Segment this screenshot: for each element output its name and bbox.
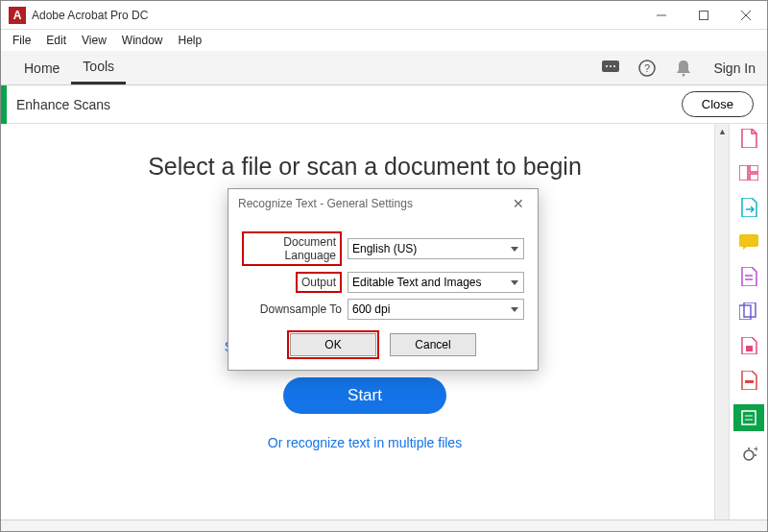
downsample-select[interactable]: 600 dpi	[348, 299, 524, 320]
svg-rect-11	[739, 165, 748, 181]
dialog-title: Recognize Text - General Settings	[238, 197, 413, 210]
sign-in-link[interactable]: Sign In	[713, 60, 756, 76]
redact-icon[interactable]	[738, 370, 759, 391]
chat-icon[interactable]	[600, 58, 621, 79]
export-pdf-icon[interactable]	[738, 197, 759, 218]
page-headline: Select a file or scan a document to begi…	[39, 153, 690, 181]
recognize-multiple-link[interactable]: Or recognize text in multiple files	[39, 435, 690, 450]
output-label: Output	[296, 272, 342, 293]
bell-icon[interactable]	[673, 58, 694, 79]
toolbar: Enhance Scans Close	[1, 85, 767, 124]
svg-rect-1	[700, 11, 708, 19]
menu-help[interactable]: Help	[171, 32, 210, 49]
svg-rect-19	[746, 346, 753, 351]
create-pdf-icon[interactable]	[738, 128, 759, 149]
svg-rect-21	[742, 411, 756, 424]
right-tools-rail: +	[729, 124, 767, 520]
close-window-button[interactable]	[725, 1, 767, 30]
svg-rect-20	[745, 380, 754, 383]
edit-pdf-icon[interactable]	[738, 266, 759, 287]
window-title: Adobe Acrobat Pro DC	[32, 9, 640, 22]
svg-point-24	[744, 450, 754, 460]
minimize-button[interactable]	[640, 1, 683, 30]
output-value: Editable Text and Images	[352, 276, 482, 289]
svg-rect-12	[750, 165, 758, 172]
downsample-label: Downsample To	[242, 302, 348, 316]
menu-view[interactable]: View	[74, 32, 114, 49]
close-tool-button[interactable]: Close	[682, 91, 754, 117]
cancel-button[interactable]: Cancel	[390, 333, 476, 356]
menu-edit[interactable]: Edit	[38, 32, 74, 49]
scroll-up-icon[interactable]: ▲	[715, 124, 730, 139]
menubar: File Edit View Window Help	[1, 30, 767, 51]
document-language-value: English (US)	[352, 242, 417, 255]
svg-text:+: +	[754, 447, 757, 454]
svg-rect-13	[750, 174, 758, 181]
ok-button[interactable]: OK	[290, 333, 376, 356]
menu-file[interactable]: File	[5, 32, 38, 49]
more-tools-icon[interactable]: +	[738, 445, 759, 466]
bottom-edge	[1, 520, 767, 531]
svg-rect-14	[739, 234, 758, 247]
protect-icon[interactable]	[738, 335, 759, 356]
downsample-value: 600 dpi	[352, 302, 390, 316]
tool-title: Enhance Scans	[16, 97, 682, 112]
help-icon[interactable]: ?	[636, 58, 658, 79]
comment-icon[interactable]	[738, 231, 759, 253]
enhance-scans-icon[interactable]	[733, 404, 764, 431]
vertical-scrollbar[interactable]: ▲	[714, 124, 729, 520]
output-select[interactable]: Editable Text and Images	[348, 272, 524, 293]
svg-point-10	[683, 73, 685, 76]
titlebar: A Adobe Acrobat Pro DC	[1, 1, 767, 30]
menu-window[interactable]: Window	[114, 32, 171, 49]
maximize-button[interactable]	[683, 1, 725, 30]
tab-home[interactable]: Home	[12, 53, 71, 84]
tabbar: Home Tools ? Sign In	[1, 51, 767, 85]
dialog-close-icon[interactable]: ✕	[509, 196, 528, 211]
svg-point-6	[610, 65, 612, 67]
recognize-text-dialog: Recognize Text - General Settings ✕ Docu…	[228, 188, 539, 371]
dialog-titlebar: Recognize Text - General Settings ✕	[228, 189, 538, 218]
svg-text:?: ?	[644, 62, 650, 74]
organize-icon[interactable]	[738, 162, 759, 183]
app-icon: A	[9, 7, 26, 24]
tab-tools[interactable]: Tools	[71, 51, 126, 85]
svg-point-7	[613, 65, 615, 67]
document-language-label: Document Language	[242, 231, 342, 266]
document-language-select[interactable]: English (US)	[348, 238, 524, 259]
start-button[interactable]: Start	[283, 377, 446, 414]
combine-icon[interactable]	[738, 301, 759, 322]
svg-point-5	[606, 65, 608, 67]
tool-color-strip	[1, 85, 7, 124]
window-controls	[640, 1, 767, 30]
